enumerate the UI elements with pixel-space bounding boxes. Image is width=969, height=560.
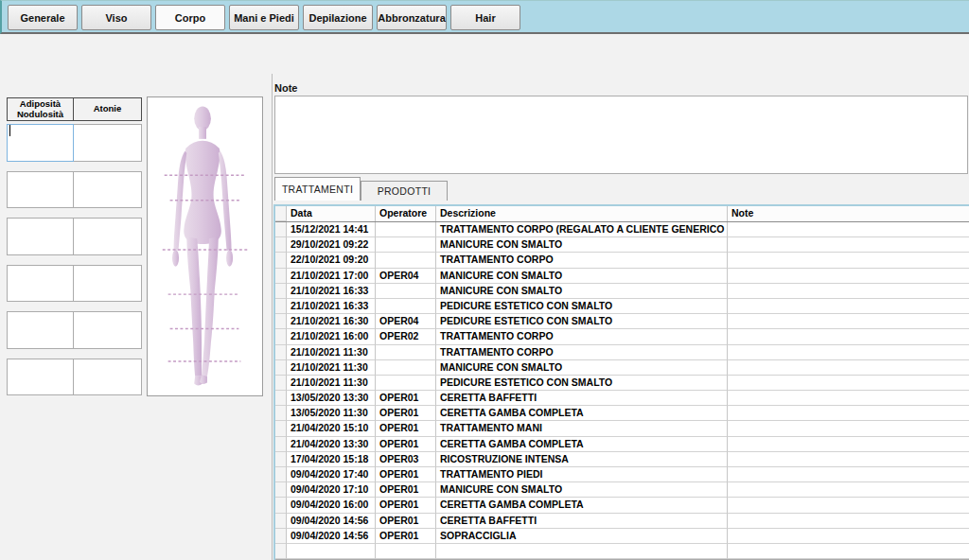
table-row[interactable]: 21/10/2021 16:33 PEDICURE ESTETICO CON S… — [275, 299, 969, 314]
cell-data[interactable]: 22/10/2021 09:20 — [287, 253, 376, 268]
cell-note[interactable] — [728, 421, 969, 436]
cell-operatore[interactable] — [376, 544, 436, 559]
cell-note[interactable] — [728, 345, 969, 360]
row-header-cell[interactable] — [275, 237, 287, 253]
cell-operatore[interactable] — [376, 253, 436, 268]
table-row[interactable]: 21/04/2020 13:30 OPER01 CERETTA GAMBA CO… — [275, 437, 969, 452]
cell-operatore[interactable]: OPER01 — [376, 391, 436, 406]
cell-data[interactable]: 21/10/2021 16:00 — [287, 329, 376, 344]
row-header-cell[interactable] — [275, 299, 287, 314]
cell-operatore[interactable] — [376, 284, 436, 299]
grid-column-header-data[interactable]: Data — [287, 206, 376, 221]
cell-data[interactable]: 13/05/2020 13:30 — [287, 391, 376, 406]
cell-data[interactable]: 15/12/2021 14:41 — [287, 222, 376, 237]
cell-data[interactable]: 13/05/2020 11:30 — [287, 406, 376, 421]
cell-operatore[interactable] — [376, 376, 436, 391]
cell-operatore[interactable]: OPER01 — [376, 421, 436, 436]
cell-descrizione[interactable]: MANICURE CON SMALTO — [436, 360, 728, 376]
row-header-cell[interactable] — [275, 544, 287, 559]
cell-descrizione[interactable]: PEDICURE ESTETICO CON SMALTO — [436, 314, 728, 329]
cell-note[interactable] — [728, 222, 969, 237]
grid-column-header-note[interactable]: Note — [728, 206, 969, 221]
atonie-input[interactable] — [73, 218, 142, 255]
row-header-cell[interactable] — [275, 467, 287, 482]
adiposita-nodulosita-input[interactable] — [7, 265, 74, 303]
main-tab-hair[interactable]: Hair — [450, 5, 520, 30]
cell-data[interactable]: 21/10/2021 16:33 — [287, 284, 376, 299]
cell-note[interactable] — [728, 314, 969, 329]
row-header-cell[interactable] — [275, 345, 287, 360]
cell-data[interactable]: 09/04/2020 16:00 — [287, 498, 376, 513]
cell-descrizione[interactable]: MANICURE CON SMALTO — [436, 482, 728, 498]
cell-operatore[interactable] — [376, 237, 436, 253]
cell-operatore[interactable] — [376, 299, 436, 314]
table-row[interactable]: 13/05/2020 13:30 OPER01 CERETTA BAFFETTI — [275, 391, 969, 406]
cell-descrizione[interactable]: MANICURE CON SMALTO — [436, 284, 728, 299]
cell-operatore[interactable]: OPER01 — [376, 467, 436, 482]
cell-data[interactable]: 17/04/2020 15:18 — [287, 452, 376, 467]
table-row[interactable]: 21/10/2021 16:30 OPER04 PEDICURE ESTETIC… — [275, 314, 969, 329]
cell-data[interactable]: 21/10/2021 16:33 — [287, 299, 376, 314]
table-row[interactable]: 17/04/2020 15:18 OPER03 RICOSTRUZIONE IN… — [275, 452, 969, 467]
main-tab-mani-e-piedi[interactable]: Mani e Piedi — [229, 5, 299, 30]
cell-data[interactable]: 21/04/2020 13:30 — [287, 437, 376, 452]
cell-note[interactable] — [728, 514, 969, 529]
cell-descrizione[interactable] — [436, 544, 728, 559]
cell-data[interactable]: 21/10/2021 16:30 — [287, 314, 376, 329]
table-row[interactable]: 15/12/2021 14:41 TRATTAMENTO CORPO (REGA… — [275, 222, 969, 237]
cell-note[interactable] — [728, 467, 969, 482]
atonie-input[interactable] — [73, 124, 142, 162]
main-tab-generale[interactable]: Generale — [8, 5, 78, 30]
note-textarea[interactable] — [274, 96, 968, 174]
cell-note[interactable] — [728, 269, 969, 284]
row-header-cell[interactable] — [275, 514, 287, 529]
cell-note[interactable] — [728, 482, 969, 498]
table-row[interactable] — [275, 544, 969, 559]
cell-data[interactable]: 09/04/2020 14:56 — [287, 529, 376, 544]
cell-descrizione[interactable]: CERETTA GAMBA COMPLETA — [436, 437, 728, 452]
cell-descrizione[interactable]: PEDICURE ESTETICO CON SMALTO — [436, 299, 728, 314]
table-row[interactable]: 21/10/2021 11:30 TRATTAMENTO CORPO — [275, 345, 969, 360]
main-tab-viso[interactable]: Viso — [81, 5, 151, 30]
table-row[interactable]: 09/04/2020 17:40 OPER01 TRATTAMENTO PIED… — [275, 467, 969, 482]
row-header-cell[interactable] — [275, 421, 287, 436]
main-tab-depilazione[interactable]: Depilazione — [303, 5, 373, 30]
cell-operatore[interactable]: OPER01 — [376, 529, 436, 544]
main-tab-corpo[interactable]: Corpo — [155, 5, 225, 30]
grid-column-header-descrizione[interactable]: Descrizione — [436, 206, 728, 221]
cell-descrizione[interactable]: CERETTA GAMBA COMPLETA — [436, 406, 728, 421]
cell-descrizione[interactable]: TRATTAMENTO MANI — [436, 421, 728, 436]
cell-data[interactable]: 09/04/2020 14:56 — [287, 514, 376, 529]
cell-descrizione[interactable]: TRATTAMENTO CORPO — [436, 345, 728, 360]
main-tab-abbronzatura[interactable]: Abbronzatura — [377, 5, 447, 30]
cell-descrizione[interactable]: SOPRACCIGLIA — [436, 529, 728, 544]
table-row[interactable]: 21/10/2021 16:00 OPER02 TRATTAMENTO CORP… — [275, 329, 969, 344]
row-header-cell[interactable] — [275, 406, 287, 421]
table-row[interactable]: 21/04/2020 15:10 OPER01 TRATTAMENTO MANI — [275, 421, 969, 436]
cell-data[interactable]: 09/04/2020 17:40 — [287, 467, 376, 482]
cell-note[interactable] — [728, 544, 969, 559]
row-header-cell[interactable] — [275, 269, 287, 284]
row-header-cell[interactable] — [275, 314, 287, 329]
cell-data[interactable]: 21/10/2021 17:00 — [287, 269, 376, 284]
row-header-cell[interactable] — [275, 253, 287, 268]
sub-tab-trattamenti[interactable]: TRATTAMENTI — [274, 177, 361, 201]
atonie-input[interactable] — [73, 311, 142, 349]
cell-operatore[interactable]: OPER02 — [376, 329, 436, 344]
row-header-cell[interactable] — [275, 529, 287, 544]
table-row[interactable]: 09/04/2020 16:00 OPER01 CERETTA GAMBA CO… — [275, 498, 969, 513]
adiposita-nodulosita-input[interactable] — [7, 124, 74, 162]
sub-tab-prodotti[interactable]: PRODOTTI — [361, 181, 448, 201]
cell-note[interactable] — [728, 437, 969, 452]
cell-descrizione[interactable]: TRATTAMENTO PIEDI — [436, 467, 728, 482]
row-header-cell[interactable] — [275, 391, 287, 406]
cell-note[interactable] — [728, 284, 969, 299]
row-header-cell[interactable] — [275, 360, 287, 376]
cell-operatore[interactable]: OPER01 — [376, 437, 436, 452]
table-row[interactable]: 09/04/2020 14:56 OPER01 CERETTA BAFFETTI — [275, 514, 969, 529]
cell-data[interactable] — [287, 544, 376, 559]
cell-note[interactable] — [728, 329, 969, 344]
adiposita-nodulosita-input[interactable] — [7, 311, 74, 349]
cell-operatore[interactable]: OPER03 — [376, 452, 436, 467]
cell-descrizione[interactable]: TRATTAMENTO CORPO (REGALATO A CLIENTE GE… — [436, 222, 728, 237]
